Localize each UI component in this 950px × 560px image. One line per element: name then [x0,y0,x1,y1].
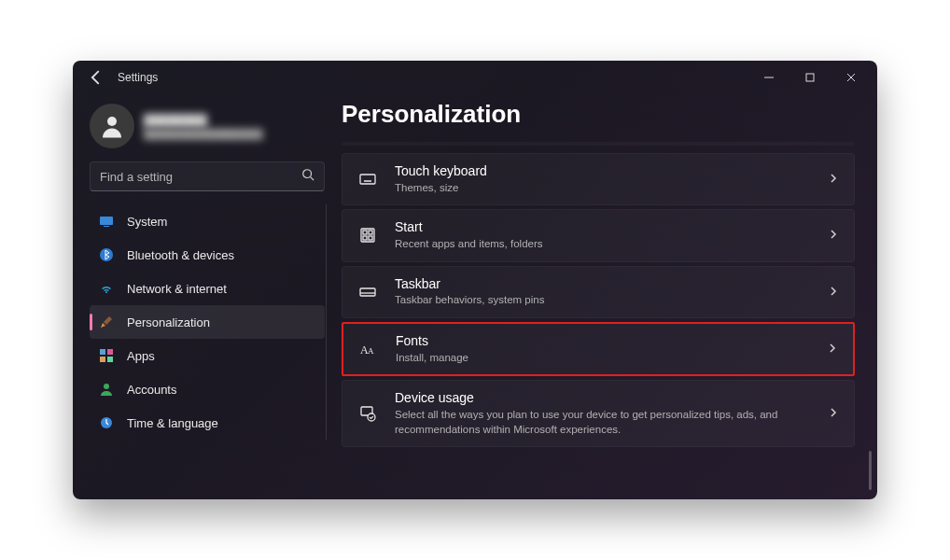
nav-label: Accounts [127,383,176,397]
start-icon [357,225,378,245]
fonts-icon: AA [358,339,379,359]
apps-icon [99,348,114,363]
search-input[interactable] [100,170,301,184]
taskbar-icon [357,282,378,302]
sidebar-scroll-track [326,204,327,440]
card-title: Start [395,219,811,235]
chevron-right-icon [828,284,839,301]
nav-label: Time & language [127,416,218,430]
svg-rect-16 [360,175,375,184]
svg-rect-25 [363,236,367,240]
profile-email: ██████████████████ [144,129,263,139]
card-subtitle: Select all the ways you plan to use your… [395,408,811,437]
svg-point-32 [368,413,375,421]
card-fonts[interactable]: AA Fonts Install, manage [342,322,855,376]
nav-item-personalization[interactable]: Personalization [90,305,325,339]
svg-rect-1 [806,74,814,81]
bluetooth-icon [99,247,114,262]
window-controls [748,63,872,91]
card-subtitle: Recent apps and items, folders [395,237,811,252]
search-icon [301,168,314,185]
nav-label: System [127,215,167,229]
maximize-button[interactable] [789,63,831,91]
scrollbar-thumb[interactable] [869,451,872,490]
sidebar: ████████ ██████████████████ System [73,94,334,499]
chevron-right-icon [828,171,839,188]
chevron-right-icon [828,227,839,244]
card-title: Fonts [396,333,810,349]
card-title: Touch keyboard [395,163,811,179]
main-scrollbar[interactable] [869,141,872,490]
wifi-icon [99,281,114,296]
nav-item-system[interactable]: System [90,204,325,238]
card-subtitle: Install, manage [396,351,810,366]
svg-line-6 [311,177,314,181]
nav-item-network[interactable]: Network & internet [90,272,325,305]
profile-name: ████████ [144,114,263,127]
card-subtitle: Taskbar behaviors, system pins [395,293,811,308]
chevron-right-icon [827,341,838,357]
svg-rect-27 [360,288,375,296]
svg-point-5 [303,170,312,178]
card-device-usage[interactable]: Device usage Select all the ways you pla… [342,380,855,447]
globe-clock-icon [99,415,114,430]
svg-rect-10 [100,349,105,355]
svg-point-14 [104,384,109,389]
card-title: Device usage [395,390,811,406]
settings-window: Settings ████████ ██████████████████ [73,61,877,499]
minimize-button[interactable] [748,63,789,91]
person-icon [99,382,114,397]
back-button[interactable] [86,67,106,88]
profile[interactable]: ████████ ██████████████████ [90,98,325,161]
close-button[interactable] [831,63,872,91]
card-touch-keyboard[interactable]: Touch keyboard Themes, size [342,153,855,205]
titlebar: Settings [73,61,877,94]
search-box[interactable] [90,161,325,191]
svg-rect-24 [369,231,372,234]
monitor-icon [99,214,114,229]
svg-text:A: A [368,346,374,356]
device-check-icon [357,403,378,424]
nav-label: Network & internet [127,282,227,296]
svg-rect-7 [100,217,113,225]
paintbrush-icon [99,315,114,329]
divider [342,142,855,146]
nav-label: Apps [127,349,155,363]
window-title: Settings [118,71,158,84]
nav-item-apps[interactable]: Apps [90,339,325,372]
svg-rect-13 [107,357,113,362]
nav-list: System Bluetooth & devices Network & int… [90,204,325,440]
nav-item-bluetooth[interactable]: Bluetooth & devices [90,238,325,272]
nav-label: Bluetooth & devices [127,248,234,262]
nav-label: Personalization [127,315,210,329]
svg-rect-12 [100,357,105,362]
svg-rect-26 [369,236,372,240]
chevron-right-icon [828,405,839,422]
main-content: Personalization Touch keyboard Themes, s… [334,94,877,499]
card-taskbar[interactable]: Taskbar Taskbar behaviors, system pins [342,266,855,318]
nav-item-accounts[interactable]: Accounts [90,372,325,406]
svg-rect-11 [107,349,113,355]
card-start[interactable]: Start Recent apps and items, folders [342,209,855,261]
nav-item-time[interactable]: Time & language [90,406,325,440]
svg-rect-8 [104,226,109,227]
keyboard-icon [357,169,378,189]
page-title: Personalization [342,100,855,129]
avatar [90,104,134,148]
card-subtitle: Themes, size [395,181,811,196]
svg-point-4 [107,117,117,126]
card-title: Taskbar [395,276,811,292]
svg-rect-23 [363,231,367,234]
